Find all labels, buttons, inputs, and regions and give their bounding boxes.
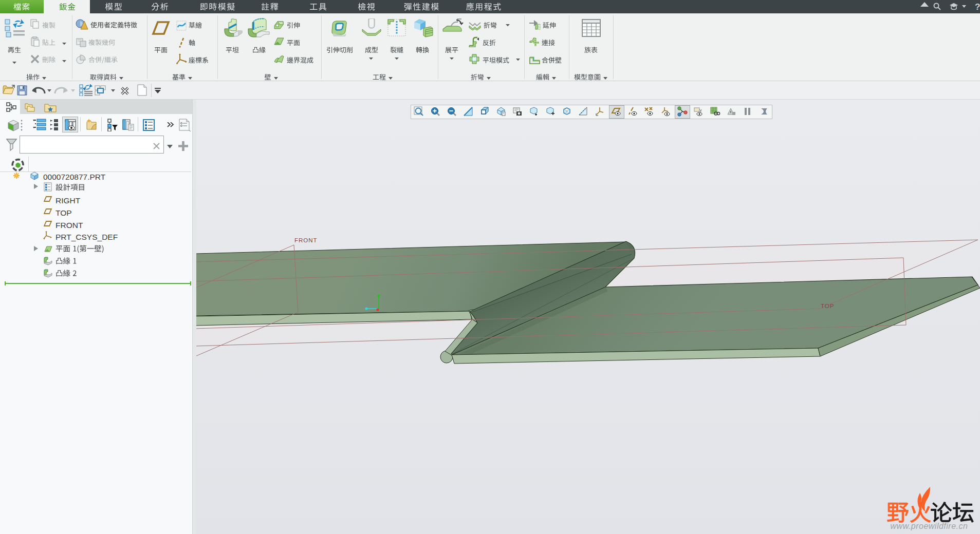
svg-text:?: ? bbox=[975, 2, 980, 12]
svg-text:TOP: TOP bbox=[821, 303, 834, 309]
svg-text:FRONT: FRONT bbox=[294, 237, 318, 243]
